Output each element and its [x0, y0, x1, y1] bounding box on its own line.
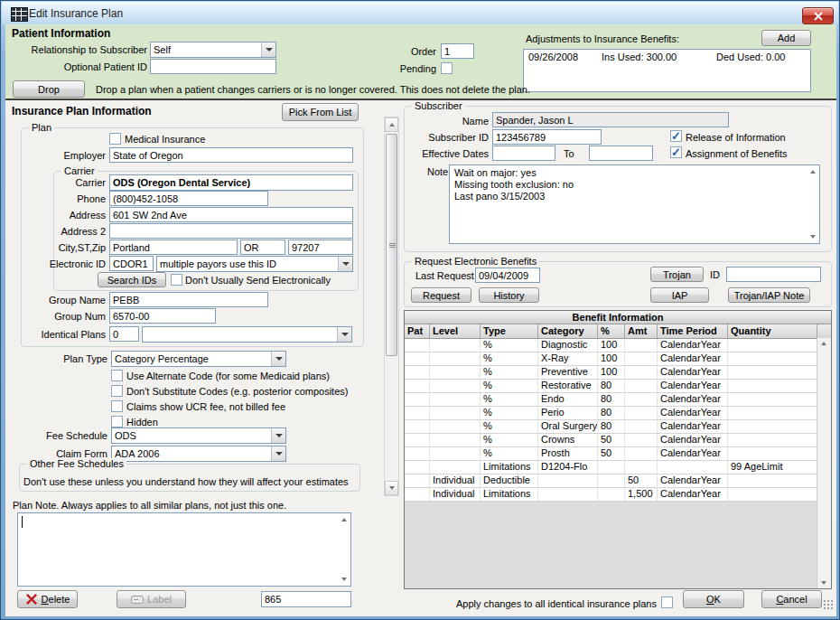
benefit-cell [728, 393, 817, 406]
iap-button[interactable]: IAP [650, 287, 709, 303]
benefit-cell: % [481, 420, 538, 433]
trojan-id-input[interactable] [726, 267, 821, 282]
scroll-up-icon[interactable] [821, 342, 826, 345]
dont-substitute-codes-checkbox[interactable] [111, 385, 123, 397]
benefit-cell: % [481, 447, 538, 460]
effective-from-input[interactable] [492, 146, 555, 161]
benefit-row[interactable]: %Prosth50CalendarYear [405, 447, 831, 461]
apply-identical-plans-checkbox[interactable] [661, 597, 673, 608]
benefit-row[interactable]: IndividualDeductible50CalendarYear [405, 474, 831, 488]
employer-input[interactable] [109, 147, 353, 163]
benefit-cell [430, 434, 481, 446]
use-alternate-code-checkbox[interactable] [111, 370, 123, 381]
apply-identical-plans-label: Apply changes to all identical insurance… [389, 598, 657, 610]
benefit-cell [430, 407, 481, 419]
group-num-input[interactable] [109, 308, 216, 324]
order-input[interactable] [441, 43, 474, 59]
last-request-input[interactable] [475, 268, 540, 283]
benefit-cell: 50 [598, 434, 625, 446]
label-button[interactable]: Label [117, 590, 186, 608]
benefit-cell [625, 352, 658, 365]
effective-to-input[interactable] [589, 146, 653, 161]
claims-ucr-fee-label: Claims show UCR fee, not billed fee [126, 401, 285, 413]
electronic-id-input[interactable] [109, 256, 154, 271]
trojan-button[interactable]: Trojan [650, 267, 704, 282]
search-ids-button[interactable]: Search IDs [98, 272, 166, 287]
address2-input[interactable] [109, 223, 353, 239]
iap-button-label: IAP [672, 290, 688, 301]
benefit-table-body: %Diagnostic100CalendarYear%X-Ray100Calen… [405, 339, 831, 502]
resize-grip[interactable] [823, 599, 834, 610]
subscriber-name-label: Name [424, 116, 489, 127]
benefit-row[interactable]: %Oral Surgery80CalendarYear [405, 420, 831, 434]
benefit-row[interactable]: %Perio80CalendarYear [405, 407, 831, 420]
address-label: Address [19, 210, 106, 221]
adjustments-listbox[interactable]: 09/26/2008 Ins Used: 300.00 Ded Used: 0.… [523, 49, 811, 92]
electronic-id-dropdown[interactable]: multiple payors use this ID [156, 256, 353, 272]
phone-input[interactable] [109, 191, 268, 206]
pick-from-list-button[interactable]: Pick From List [282, 103, 359, 121]
left-panel-scrollbar[interactable] [384, 117, 399, 496]
identical-plans-input[interactable] [109, 326, 139, 342]
fee-schedule-dropdown[interactable]: ODS [111, 427, 286, 444]
close-button[interactable] [802, 7, 834, 24]
benefit-cell: CalendarYear [658, 393, 728, 406]
add-adjustment-button[interactable]: Add [761, 30, 811, 46]
scroll-up-icon[interactable] [341, 518, 347, 521]
plan-type-dropdown[interactable]: Category Percentage [111, 351, 286, 367]
trojan-iap-note-button[interactable]: Trojan/IAP Note [728, 287, 810, 303]
city-input[interactable] [109, 240, 238, 255]
benefit-grid-scrollbar[interactable] [817, 338, 831, 588]
benefit-row[interactable]: %Crowns50CalendarYear [405, 434, 831, 447]
carrier-input[interactable] [109, 174, 353, 191]
scroll-down-button[interactable] [385, 481, 398, 495]
plan-number-input[interactable] [261, 591, 351, 607]
benefit-row[interactable]: IndividualLimitations1,500CalendarYear [405, 488, 831, 502]
cancel-button[interactable]: Cancel [761, 590, 822, 608]
state-input[interactable] [240, 240, 285, 255]
benefit-cell [405, 488, 430, 501]
benefit-cell: % [481, 380, 538, 392]
release-of-information-checkbox[interactable] [670, 130, 682, 142]
dont-send-electronically-checkbox[interactable] [171, 274, 182, 286]
scroll-down-icon[interactable] [821, 581, 826, 585]
ok-button[interactable]: OK [683, 590, 744, 608]
relationship-value: Self [151, 44, 261, 56]
assignment-of-benefits-checkbox[interactable] [670, 146, 682, 158]
relationship-dropdown[interactable]: Self [150, 42, 276, 58]
benefit-row[interactable]: %Preventive100CalendarYear [405, 366, 831, 380]
request-button[interactable]: Request [411, 287, 471, 303]
benefit-row[interactable]: %Endo80CalendarYear [405, 393, 831, 407]
subscriber-note-textarea[interactable]: Wait on major: yes Missing tooth exclusi… [449, 164, 820, 244]
benefit-cell [538, 474, 598, 487]
claim-form-dropdown[interactable]: ADA 2006 [111, 446, 286, 462]
hidden-checkbox[interactable] [111, 416, 123, 427]
benefit-cell [728, 434, 817, 446]
group-name-input[interactable] [109, 292, 268, 307]
city-st-zip-label: City,ST,Zip [19, 242, 106, 254]
scroll-down-icon[interactable] [341, 578, 347, 581]
plan-note-textarea[interactable] [17, 512, 351, 587]
adjustment-entry[interactable]: 09/26/2008 Ins Used: 300.00 Ded Used: 0.… [524, 52, 810, 65]
scroll-up-icon[interactable] [810, 170, 816, 174]
benefit-row[interactable]: %Diagnostic100CalendarYear [405, 339, 831, 352]
benefit-row[interactable]: LimitationsD1204-Flo99 AgeLimit [405, 461, 831, 474]
scroll-up-button[interactable] [385, 117, 398, 132]
claims-ucr-fee-checkbox[interactable] [111, 400, 123, 412]
history-button[interactable]: History [479, 287, 539, 303]
benefit-row[interactable]: %X-Ray100CalendarYear [405, 352, 831, 366]
address-input[interactable] [109, 207, 353, 222]
optional-patient-id-input[interactable] [150, 59, 276, 74]
medical-insurance-checkbox[interactable] [109, 133, 121, 145]
subscriber-id-input[interactable] [492, 129, 602, 145]
drop-button[interactable]: Drop [13, 80, 85, 98]
identical-plans-dropdown[interactable] [142, 326, 352, 343]
scroll-down-icon[interactable] [810, 235, 816, 239]
benefit-row[interactable]: %Restorative80CalendarYear [405, 380, 831, 393]
dont-send-electronically-label: Don't Usually Send Electronically [185, 275, 331, 287]
scrollbar-thumb[interactable] [386, 134, 397, 356]
zip-input[interactable] [288, 240, 353, 255]
pending-checkbox[interactable] [441, 62, 453, 74]
benefit-cell: Diagnostic [538, 339, 598, 352]
delete-button[interactable]: Delete [17, 590, 78, 608]
